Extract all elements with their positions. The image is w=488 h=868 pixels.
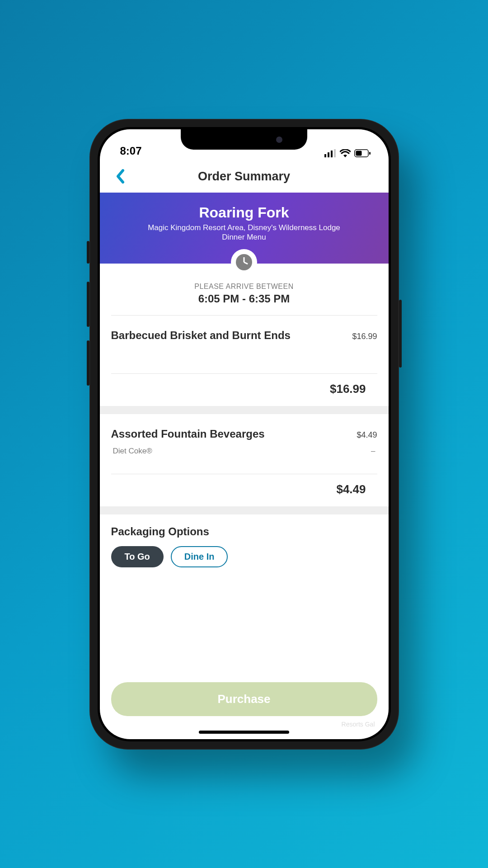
svg-rect-2 — [331, 151, 333, 157]
divider — [100, 406, 389, 414]
screen: 8:07 Order Summary Roaring Fork Magic Ki… — [100, 129, 389, 739]
item-option-label: Diet Coke® — [113, 447, 152, 456]
restaurant-header: Roaring Fork Magic Kingdom Resort Area, … — [100, 193, 389, 264]
restaurant-name: Roaring Fork — [113, 204, 375, 221]
item-price: $16.99 — [352, 332, 377, 341]
cellular-icon — [324, 149, 336, 157]
packaging-options: To Go Dine In — [111, 546, 377, 567]
packaging-option-dinein[interactable]: Dine In — [171, 546, 228, 567]
svg-rect-5 — [356, 151, 361, 156]
power-button — [399, 300, 402, 368]
phone-frame: 8:07 Order Summary Roaring Fork Magic Ki… — [89, 119, 399, 750]
page-title: Order Summary — [198, 170, 290, 184]
order-item: Barbecued Brisket and Burnt Ends $16.99 — [100, 316, 389, 342]
clock-icon — [236, 254, 252, 270]
notch — [181, 129, 307, 150]
item-subtotal: $16.99 — [111, 373, 377, 406]
restaurant-location: Magic Kingdom Resort Area, Disney's Wild… — [113, 223, 375, 233]
divider — [100, 506, 389, 514]
arrival-window: 6:05 PM - 6:35 PM — [111, 292, 377, 305]
nav-bar: Order Summary — [100, 161, 389, 193]
item-name: Barbecued Brisket and Burnt Ends — [111, 329, 291, 342]
packaging-option-togo[interactable]: To Go — [111, 546, 164, 567]
packaging-section: Packaging Options To Go Dine In — [100, 514, 389, 576]
svg-rect-6 — [369, 152, 371, 155]
svg-rect-0 — [324, 154, 326, 157]
svg-rect-3 — [334, 149, 336, 157]
status-icons — [324, 149, 371, 157]
item-option-value: – — [371, 447, 375, 456]
battery-icon — [354, 149, 371, 157]
restaurant-menu: Dinner Menu — [113, 233, 375, 242]
mute-switch — [87, 241, 89, 264]
status-time: 8:07 — [120, 145, 142, 157]
back-button[interactable] — [109, 165, 131, 188]
purchase-bar: Purchase — [100, 676, 389, 721]
purchase-button[interactable]: Purchase — [111, 682, 377, 716]
watermark: Resorts Gal — [100, 721, 389, 728]
home-indicator[interactable] — [199, 731, 289, 734]
svg-rect-1 — [328, 152, 329, 157]
wifi-icon — [340, 149, 351, 157]
item-price: $4.49 — [357, 430, 377, 440]
volume-down-button — [87, 340, 89, 386]
item-subtotal: $4.49 — [111, 474, 377, 506]
arrival-label: PLEASE ARRIVE BETWEEN — [111, 283, 377, 291]
content-scroll[interactable]: PLEASE ARRIVE BETWEEN 6:05 PM - 6:35 PM … — [100, 264, 389, 676]
item-name: Assorted Fountain Bevearges — [111, 428, 265, 440]
chevron-left-icon — [116, 169, 125, 184]
packaging-title: Packaging Options — [111, 525, 377, 538]
order-item: Assorted Fountain Bevearges $4.49 Diet C… — [100, 414, 389, 456]
clock-badge — [231, 249, 257, 275]
volume-up-button — [87, 282, 89, 327]
